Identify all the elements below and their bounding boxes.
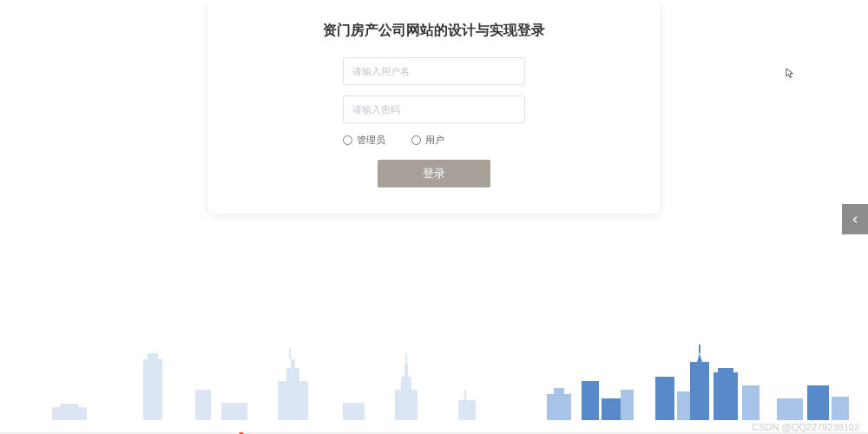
svg-rect-19 <box>677 391 690 420</box>
svg-marker-20 <box>690 353 709 420</box>
svg-rect-8 <box>343 403 365 420</box>
radio-admin[interactable]: 管理员 <box>343 134 385 147</box>
password-input[interactable] <box>343 95 525 123</box>
username-input[interactable] <box>343 57 525 85</box>
watermark-text: CSDN @QQ2279239102 <box>752 422 859 432</box>
login-button[interactable]: 登录 <box>378 160 490 187</box>
svg-rect-12 <box>464 390 466 400</box>
svg-rect-24 <box>742 385 760 420</box>
svg-rect-16 <box>602 398 621 420</box>
radio-admin-label: 管理员 <box>357 134 385 147</box>
svg-rect-3 <box>148 353 158 359</box>
svg-rect-27 <box>832 397 849 420</box>
svg-rect-22 <box>713 372 738 420</box>
svg-rect-1 <box>61 404 78 407</box>
chevron-left-icon <box>850 214 860 225</box>
radio-user-input[interactable] <box>411 135 421 145</box>
side-collapse-tab[interactable] <box>842 204 868 234</box>
svg-marker-9 <box>395 364 418 420</box>
svg-rect-14 <box>554 388 564 394</box>
radio-user[interactable]: 用户 <box>411 134 444 147</box>
login-card: 资门房产公司网站的设计与实现登录 管理员 用户 登录 <box>208 0 660 214</box>
svg-rect-5 <box>221 403 247 420</box>
svg-rect-4 <box>195 390 211 420</box>
svg-rect-10 <box>405 353 407 364</box>
svg-rect-25 <box>777 398 803 420</box>
radio-user-label: 用户 <box>425 134 444 147</box>
svg-rect-26 <box>807 385 829 420</box>
svg-marker-6 <box>278 359 308 420</box>
svg-rect-13 <box>547 394 571 420</box>
svg-rect-2 <box>143 359 162 420</box>
skyline-decoration <box>0 338 868 420</box>
svg-rect-23 <box>718 368 733 372</box>
svg-rect-15 <box>582 381 599 420</box>
login-title: 资门房产公司网站的设计与实现登录 <box>260 22 608 40</box>
svg-rect-21 <box>699 345 700 353</box>
role-radio-group: 管理员 用户 <box>343 134 608 147</box>
svg-rect-7 <box>289 348 291 359</box>
svg-rect-17 <box>621 390 634 420</box>
radio-admin-input[interactable] <box>343 135 352 145</box>
cursor-icon <box>786 67 794 79</box>
svg-rect-0 <box>52 407 87 420</box>
svg-rect-18 <box>655 377 674 420</box>
svg-rect-11 <box>458 400 476 420</box>
